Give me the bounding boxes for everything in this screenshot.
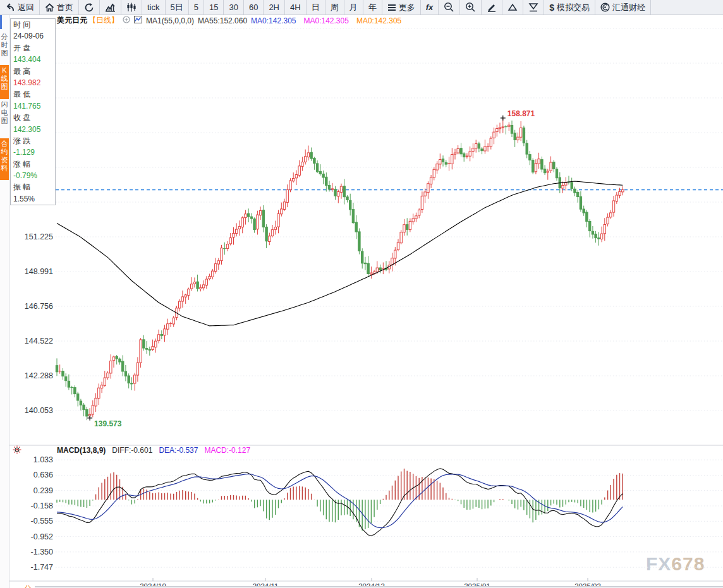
toolbar-button-triangle-up[interactable]: [502, 0, 523, 15]
info-value: 141.765: [11, 100, 55, 112]
info-label: 涨 跌: [11, 135, 55, 147]
chart-type-tabstrip: 分时图K线图闪电图合约资料: [0, 15, 9, 588]
info-value: 143.982: [11, 77, 55, 88]
y-axis-label-macd: -1.350: [19, 548, 53, 556]
toolbar-button-sim-trade[interactable]: $模拟交易: [544, 0, 595, 15]
toolbar-button-label: 月: [349, 2, 358, 13]
toolbar-button-label: 5日: [171, 2, 183, 13]
triangle-down-icon: [528, 3, 538, 12]
toolbar-button-home[interactable]: 首页: [40, 0, 79, 15]
macd-header: MACD(13,8,9) DIFF:-0.601 DEA:-0.537 MACD…: [57, 446, 250, 455]
y-axis-label-main: 140.053: [19, 406, 53, 415]
y-axis-label-macd: -0.952: [19, 532, 53, 541]
toolbar-button-15m[interactable]: 15: [204, 0, 224, 15]
ma-current-value: MA0:142.305: [251, 16, 296, 25]
y-axis-label-macd: 1.033: [19, 455, 53, 464]
ma55-value: MA55:152.060: [198, 16, 247, 25]
toolbar-button-back[interactable]: 返回: [0, 0, 40, 15]
toolbar-button-label: 60: [249, 3, 258, 12]
top-toolbar: 返回首页tick5日51530602H4H日周月年更多fx$模拟交易汇通财经: [0, 0, 723, 15]
ma-settings-label: MA1(55,0,0,0): [146, 16, 194, 25]
y-axis-label-macd: -0.158: [19, 501, 53, 510]
info-value: 142.305: [11, 124, 55, 135]
y-axis-label-macd: -1.747: [19, 563, 53, 572]
y-axis-label-macd: -0.555: [19, 517, 53, 525]
toolbar-button-year[interactable]: 年: [363, 0, 382, 15]
toolbar-button-5d[interactable]: 5日: [166, 0, 189, 15]
toolbar-button-label: 年: [368, 2, 377, 13]
menu-icon: [387, 4, 396, 11]
period-label: 【日线】: [88, 15, 119, 26]
trading-app-window: 返回首页tick5日51530602H4H日周月年更多fx$模拟交易汇通财经 分…: [0, 0, 723, 588]
toolbar-button-5m[interactable]: 5: [189, 0, 204, 15]
ma-current-value: MA0:142.305: [304, 16, 349, 25]
back-arrow-icon: [5, 3, 15, 12]
zoom-in-icon: [465, 2, 476, 13]
toolbar-button-fx678-news[interactable]: 汇通财经: [595, 0, 651, 15]
toolbar-button-week[interactable]: 周: [325, 0, 344, 15]
y-axis-label-main: 144.522: [19, 337, 53, 345]
triangle-up-icon: [507, 3, 518, 11]
toolbar-button-label: fx: [426, 3, 434, 12]
toolbar-button-4h[interactable]: 4H: [285, 0, 307, 15]
toolbar-button-zoom-in[interactable]: [460, 0, 482, 15]
y-axis-label-main: 151.225: [19, 232, 53, 241]
y-axis-label-main: 146.756: [19, 302, 53, 311]
info-label: 最 高: [11, 66, 55, 77]
macd-macd-value: MACD:-0.127: [204, 446, 250, 455]
toolbar-button-draw[interactable]: [482, 0, 502, 15]
y-axis-label-macd: 0.239: [19, 486, 53, 495]
toolbar-button-tick[interactable]: tick: [142, 0, 166, 15]
info-value: 143.404: [11, 54, 55, 65]
info-value: -1.129: [11, 147, 55, 158]
toolbar-button-zoom-out[interactable]: [439, 0, 460, 15]
macd-diff-value: DIFF:-0.601: [112, 446, 152, 455]
y-axis-label-macd: 0.636: [19, 471, 53, 479]
dollar-icon: $: [549, 3, 554, 13]
macd-settings-icon[interactable]: [13, 445, 21, 457]
info-value: 1.55%: [11, 193, 55, 205]
main-chart-canvas[interactable]: [0, 0, 723, 588]
toolbar-button-label: 更多: [399, 2, 415, 13]
ma-values: MA0:142.305MA0:142.305MA0:142.305: [251, 16, 401, 25]
toolbar-button-label: 返回: [18, 2, 34, 13]
sidebar-tab-2[interactable]: K线图: [0, 65, 9, 99]
toolbar-button-30m[interactable]: 30: [224, 0, 243, 15]
refresh-icon: [84, 3, 94, 13]
symbol-name: 美元日元: [57, 15, 87, 26]
toolbar-button-label: tick: [147, 3, 160, 12]
toolbar-button-label: 首页: [57, 2, 73, 13]
toolbar-button-triangle-down[interactable]: [523, 0, 544, 15]
zoom-out-icon: [444, 2, 454, 13]
info-label: 开 盘: [11, 42, 55, 54]
candlestick-icon: [126, 3, 137, 12]
home-icon: [45, 3, 54, 12]
toolbar-button-more[interactable]: 更多: [382, 0, 421, 15]
macd-dea-value: DEA:-0.537: [159, 446, 198, 455]
toolbar-button-day[interactable]: 日: [307, 0, 325, 15]
high-price-annotation: 158.871: [507, 109, 535, 118]
toolbar-button-refresh[interactable]: [79, 0, 100, 15]
sidebar-tab-3[interactable]: 闪电图: [0, 99, 9, 137]
info-value: 24-09-06: [11, 30, 55, 42]
toolbar-button-label: 15: [209, 3, 218, 12]
chart-header: 美元日元【日线】 MA1(55,0,0,0) MA55:152.060 MA0:…: [57, 16, 401, 25]
toolbar-button-2h[interactable]: 2H: [264, 0, 285, 15]
toolbar-button-label: 2H: [269, 3, 279, 12]
chart-type-icon[interactable]: [134, 16, 142, 25]
info-label: 涨 幅: [11, 159, 55, 170]
toolbar-button-line-chart[interactable]: [100, 0, 121, 15]
toolbar-button-month[interactable]: 月: [344, 0, 363, 15]
sidebar-tab-4[interactable]: 合约资料: [0, 138, 9, 180]
toolbar-button-label: 模拟交易: [557, 2, 590, 13]
toolbar-button-label: 日: [312, 2, 320, 13]
macd-title: MACD(13,8,9): [57, 446, 106, 455]
toolbar-button-fx[interactable]: fx: [421, 0, 439, 15]
toolbar-button-candlestick[interactable]: [121, 0, 142, 15]
info-label: 振 幅: [11, 181, 55, 193]
add-indicator-icon[interactable]: [123, 16, 130, 25]
toolbar-button-60m[interactable]: 60: [244, 0, 264, 15]
sidebar-tab-1[interactable]: 分时图: [0, 32, 9, 66]
scroll-indicator: [0, 15, 2, 29]
ohlc-info-panel: 时 间24-09-06开 盘143.404最 高143.982最 低141.76…: [10, 18, 56, 205]
